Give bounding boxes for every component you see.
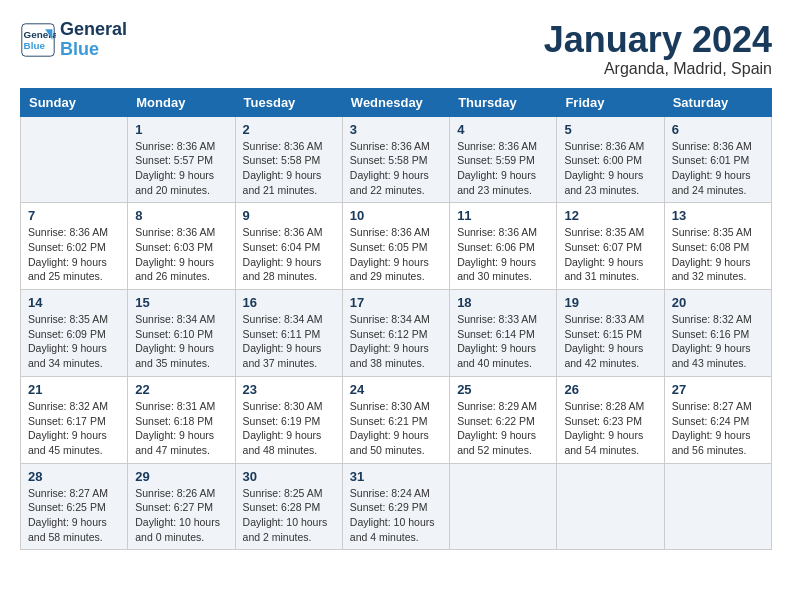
calendar-cell: 21Sunrise: 8:32 AM Sunset: 6:17 PM Dayli… [21,376,128,463]
day-info: Sunrise: 8:36 AM Sunset: 6:06 PM Dayligh… [457,225,549,284]
day-info: Sunrise: 8:36 AM Sunset: 6:03 PM Dayligh… [135,225,227,284]
day-number: 13 [672,208,764,223]
day-number: 15 [135,295,227,310]
day-info: Sunrise: 8:35 AM Sunset: 6:08 PM Dayligh… [672,225,764,284]
day-number: 26 [564,382,656,397]
calendar-cell [21,116,128,203]
day-info: Sunrise: 8:27 AM Sunset: 6:25 PM Dayligh… [28,486,120,545]
day-info: Sunrise: 8:36 AM Sunset: 6:02 PM Dayligh… [28,225,120,284]
day-number: 14 [28,295,120,310]
weekday-header: Thursday [450,88,557,116]
day-number: 18 [457,295,549,310]
day-number: 29 [135,469,227,484]
weekday-header: Monday [128,88,235,116]
calendar-cell: 2Sunrise: 8:36 AM Sunset: 5:58 PM Daylig… [235,116,342,203]
day-number: 28 [28,469,120,484]
calendar-cell: 19Sunrise: 8:33 AM Sunset: 6:15 PM Dayli… [557,290,664,377]
location: Arganda, Madrid, Spain [544,60,772,78]
calendar-cell [450,463,557,550]
day-info: Sunrise: 8:35 AM Sunset: 6:07 PM Dayligh… [564,225,656,284]
day-number: 11 [457,208,549,223]
logo-text: GeneralBlue [60,20,127,60]
day-info: Sunrise: 8:34 AM Sunset: 6:10 PM Dayligh… [135,312,227,371]
day-number: 9 [243,208,335,223]
calendar-cell: 24Sunrise: 8:30 AM Sunset: 6:21 PM Dayli… [342,376,449,463]
calendar-cell: 30Sunrise: 8:25 AM Sunset: 6:28 PM Dayli… [235,463,342,550]
day-number: 8 [135,208,227,223]
page-header: General Blue GeneralBlue January 2024 Ar… [20,20,772,78]
day-number: 7 [28,208,120,223]
day-info: Sunrise: 8:35 AM Sunset: 6:09 PM Dayligh… [28,312,120,371]
day-number: 24 [350,382,442,397]
calendar-cell [664,463,771,550]
calendar-cell: 8Sunrise: 8:36 AM Sunset: 6:03 PM Daylig… [128,203,235,290]
day-number: 5 [564,122,656,137]
calendar-week-row: 21Sunrise: 8:32 AM Sunset: 6:17 PM Dayli… [21,376,772,463]
calendar-table: SundayMondayTuesdayWednesdayThursdayFrid… [20,88,772,551]
weekday-header: Tuesday [235,88,342,116]
calendar-cell: 26Sunrise: 8:28 AM Sunset: 6:23 PM Dayli… [557,376,664,463]
calendar-cell: 25Sunrise: 8:29 AM Sunset: 6:22 PM Dayli… [450,376,557,463]
day-info: Sunrise: 8:30 AM Sunset: 6:19 PM Dayligh… [243,399,335,458]
calendar-cell: 4Sunrise: 8:36 AM Sunset: 5:59 PM Daylig… [450,116,557,203]
day-number: 4 [457,122,549,137]
calendar-cell: 29Sunrise: 8:26 AM Sunset: 6:27 PM Dayli… [128,463,235,550]
day-number: 31 [350,469,442,484]
day-info: Sunrise: 8:27 AM Sunset: 6:24 PM Dayligh… [672,399,764,458]
day-number: 23 [243,382,335,397]
calendar-cell: 15Sunrise: 8:34 AM Sunset: 6:10 PM Dayli… [128,290,235,377]
day-info: Sunrise: 8:32 AM Sunset: 6:17 PM Dayligh… [28,399,120,458]
day-number: 12 [564,208,656,223]
calendar-cell: 23Sunrise: 8:30 AM Sunset: 6:19 PM Dayli… [235,376,342,463]
day-info: Sunrise: 8:36 AM Sunset: 5:58 PM Dayligh… [243,139,335,198]
day-number: 20 [672,295,764,310]
day-number: 2 [243,122,335,137]
day-number: 30 [243,469,335,484]
calendar-cell: 10Sunrise: 8:36 AM Sunset: 6:05 PM Dayli… [342,203,449,290]
day-info: Sunrise: 8:36 AM Sunset: 6:01 PM Dayligh… [672,139,764,198]
day-number: 25 [457,382,549,397]
day-info: Sunrise: 8:25 AM Sunset: 6:28 PM Dayligh… [243,486,335,545]
day-info: Sunrise: 8:36 AM Sunset: 6:00 PM Dayligh… [564,139,656,198]
logo: General Blue GeneralBlue [20,20,127,60]
day-info: Sunrise: 8:30 AM Sunset: 6:21 PM Dayligh… [350,399,442,458]
day-number: 3 [350,122,442,137]
day-info: Sunrise: 8:32 AM Sunset: 6:16 PM Dayligh… [672,312,764,371]
day-number: 6 [672,122,764,137]
day-number: 21 [28,382,120,397]
calendar-week-row: 14Sunrise: 8:35 AM Sunset: 6:09 PM Dayli… [21,290,772,377]
calendar-cell: 9Sunrise: 8:36 AM Sunset: 6:04 PM Daylig… [235,203,342,290]
calendar-cell: 13Sunrise: 8:35 AM Sunset: 6:08 PM Dayli… [664,203,771,290]
day-info: Sunrise: 8:36 AM Sunset: 5:57 PM Dayligh… [135,139,227,198]
calendar-cell: 1Sunrise: 8:36 AM Sunset: 5:57 PM Daylig… [128,116,235,203]
day-info: Sunrise: 8:33 AM Sunset: 6:14 PM Dayligh… [457,312,549,371]
day-info: Sunrise: 8:31 AM Sunset: 6:18 PM Dayligh… [135,399,227,458]
logo-icon: General Blue [20,22,56,58]
calendar-cell [557,463,664,550]
calendar-cell: 16Sunrise: 8:34 AM Sunset: 6:11 PM Dayli… [235,290,342,377]
day-info: Sunrise: 8:26 AM Sunset: 6:27 PM Dayligh… [135,486,227,545]
day-info: Sunrise: 8:36 AM Sunset: 5:58 PM Dayligh… [350,139,442,198]
calendar-cell: 3Sunrise: 8:36 AM Sunset: 5:58 PM Daylig… [342,116,449,203]
day-info: Sunrise: 8:28 AM Sunset: 6:23 PM Dayligh… [564,399,656,458]
day-info: Sunrise: 8:34 AM Sunset: 6:11 PM Dayligh… [243,312,335,371]
weekday-header: Saturday [664,88,771,116]
title-block: January 2024 Arganda, Madrid, Spain [544,20,772,78]
calendar-cell: 7Sunrise: 8:36 AM Sunset: 6:02 PM Daylig… [21,203,128,290]
weekday-header: Sunday [21,88,128,116]
day-info: Sunrise: 8:36 AM Sunset: 5:59 PM Dayligh… [457,139,549,198]
calendar-week-row: 28Sunrise: 8:27 AM Sunset: 6:25 PM Dayli… [21,463,772,550]
calendar-cell: 14Sunrise: 8:35 AM Sunset: 6:09 PM Dayli… [21,290,128,377]
calendar-cell: 27Sunrise: 8:27 AM Sunset: 6:24 PM Dayli… [664,376,771,463]
day-info: Sunrise: 8:34 AM Sunset: 6:12 PM Dayligh… [350,312,442,371]
day-number: 10 [350,208,442,223]
day-info: Sunrise: 8:24 AM Sunset: 6:29 PM Dayligh… [350,486,442,545]
svg-text:Blue: Blue [24,40,46,51]
calendar-cell: 11Sunrise: 8:36 AM Sunset: 6:06 PM Dayli… [450,203,557,290]
day-info: Sunrise: 8:36 AM Sunset: 6:04 PM Dayligh… [243,225,335,284]
day-number: 16 [243,295,335,310]
calendar-cell: 5Sunrise: 8:36 AM Sunset: 6:00 PM Daylig… [557,116,664,203]
day-number: 22 [135,382,227,397]
day-number: 19 [564,295,656,310]
calendar-cell: 20Sunrise: 8:32 AM Sunset: 6:16 PM Dayli… [664,290,771,377]
